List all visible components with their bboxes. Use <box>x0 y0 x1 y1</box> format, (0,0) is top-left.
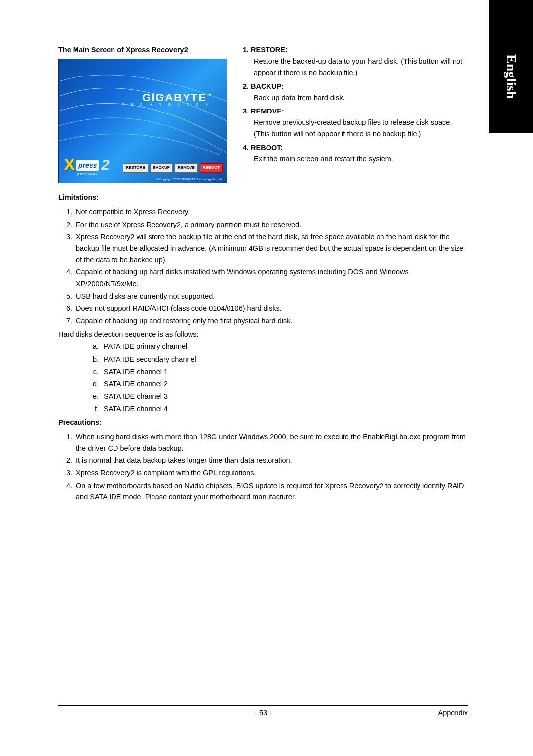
xpress-screenshot: GIGABYTE™ T E C H N O L O G Y X press 2 … <box>58 59 227 183</box>
list-item: PATA IDE primary channel <box>101 341 468 352</box>
language-tab: English <box>489 0 533 133</box>
list-item: USB hard disks are currently not support… <box>74 291 468 302</box>
xpress-two: 2 <box>101 153 110 177</box>
xpress-logo: X press 2 RECOVERY <box>63 159 112 179</box>
backup-button[interactable]: BACKUP <box>150 163 173 173</box>
restore-button[interactable]: RESTORE <box>123 163 148 173</box>
xpress-bottom-bar: X press 2 RECOVERY RESTORE BACKUP REMOVE… <box>63 159 223 179</box>
precautions-list: When using hard disks with more than 128… <box>63 431 468 503</box>
function-descriptions: 1. RESTORE: Restore the backed-up data t… <box>243 44 468 183</box>
list-item: SATA IDE channel 2 <box>101 378 468 390</box>
list-item: Xpress Recovery2 will store the backup f… <box>74 231 468 266</box>
remove-button[interactable]: REMOVE <box>175 163 198 173</box>
reboot-button[interactable]: REBOOT <box>200 163 223 173</box>
limitations-list: Not compatible to Xpress Recovery. For t… <box>63 206 468 327</box>
remove-head: 3. REMOVE: <box>243 106 468 117</box>
backup-head: 2. BACKUP: <box>243 81 468 92</box>
content-body: The Main Screen of Xpress Recovery2 GIGA… <box>58 44 468 505</box>
gigabyte-sublogo: T E C H N O L O G Y <box>122 102 211 107</box>
list-item: SATA IDE channel 4 <box>101 403 468 415</box>
restore-body: Restore the backed-up data to your hard … <box>243 56 468 78</box>
detection-seq-list: PATA IDE primary channel PATA IDE second… <box>81 341 468 415</box>
xpress-word: press <box>76 160 99 171</box>
remove-body: Remove previously-created backup files t… <box>243 117 468 140</box>
list-item: SATA IDE channel 3 <box>101 391 468 402</box>
list-item: On a few motherboards based on Nvidia ch… <box>74 480 468 503</box>
list-item: Xpress Recovery2 is compliant with the G… <box>74 467 468 479</box>
list-item: SATA IDE channel 1 <box>101 366 468 378</box>
screenshot-copyright: © Copyright 2005 GIGABYTE Technology Co.… <box>156 177 223 182</box>
decorative-lines <box>59 67 227 155</box>
list-item: Capable of backing up and restoring only… <box>74 315 468 327</box>
list-item: When using hard disks with more than 128… <box>74 431 468 454</box>
page: English The Main Screen of Xpress Recove… <box>0 0 533 756</box>
page-number: - 53 - <box>255 709 271 717</box>
backup-body: Back up data from hard disk. <box>243 92 468 104</box>
list-item: Capable of backing up hard disks install… <box>74 266 468 289</box>
reboot-head: 4. REBOOT: <box>243 142 468 153</box>
limitations-title: Limitations: <box>58 192 468 203</box>
language-label: English <box>503 54 519 99</box>
list-item: For the use of Xpress Recovery2, a prima… <box>74 219 468 230</box>
page-footer: - 53 - Appendix <box>58 705 468 717</box>
xpress-recovery-label: RECOVERY <box>77 172 98 177</box>
list-item: It is normal that data backup takes long… <box>74 455 468 466</box>
screenshot-button-row: RESTORE BACKUP REMOVE REBOOT <box>123 163 223 173</box>
list-item: Not compatible to Xpress Recovery. <box>74 206 468 218</box>
list-item: Does not support RAID/AHCI (class code 0… <box>74 303 468 314</box>
footer-section: Appendix <box>438 709 468 717</box>
precautions-title: Precautions: <box>58 417 468 428</box>
section-title-main-screen: The Main Screen of Xpress Recovery2 <box>58 44 231 56</box>
detection-seq-intro: Hard disks detection sequence is as foll… <box>58 329 468 340</box>
reboot-body: Exit the main screen and restart the sys… <box>243 153 468 165</box>
xpress-x-icon: X <box>64 151 75 178</box>
list-item: PATA IDE secondary channel <box>101 354 468 365</box>
restore-head: 1. RESTORE: <box>243 44 468 56</box>
